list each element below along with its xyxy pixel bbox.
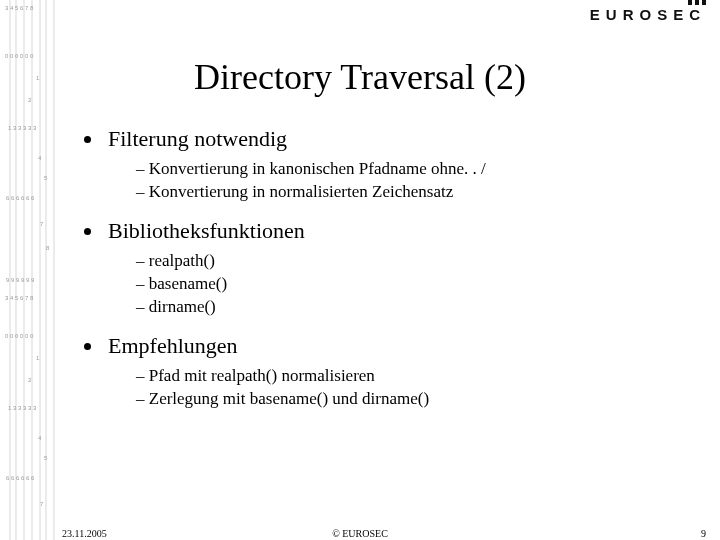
- brand-logo-text: EUROSEC: [590, 6, 706, 23]
- svg-text:7: 7: [40, 221, 44, 227]
- svg-text:2: 2: [28, 377, 32, 383]
- slide-content: Filterung notwendig Konvertierung in kan…: [80, 126, 700, 411]
- svg-text:6 6 6 6 6 6: 6 6 6 6 6 6: [6, 475, 35, 481]
- svg-text:1 3 3 3 3 3: 1 3 3 3 3 3: [8, 125, 37, 131]
- bullet-item: Bibliotheksfunktionen realpath() basenam…: [104, 218, 700, 319]
- svg-text:1 3 3 3 3 3: 1 3 3 3 3 3: [8, 405, 37, 411]
- brand-accent-bars: [688, 0, 706, 5]
- sub-bullet: Konvertierung in kanonischen Pfadname oh…: [136, 158, 700, 181]
- svg-text:7: 7: [40, 501, 44, 507]
- sub-bullet: Konvertierung in normalisierten Zeichens…: [136, 181, 700, 204]
- svg-text:3 4 5 6 7 8: 3 4 5 6 7 8: [5, 295, 34, 301]
- sub-bullet: realpath(): [136, 250, 700, 273]
- svg-text:9 9 9 9 9 9: 9 9 9 9 9 9: [6, 277, 35, 283]
- footer-date: 23.11.2005: [62, 528, 107, 539]
- sub-bullet: Zerlegung mit basename() und dirname(): [136, 388, 700, 411]
- sub-bullet: basename(): [136, 273, 700, 296]
- slide-title: Directory Traversal (2): [0, 56, 720, 98]
- footer-page-number: 9: [701, 528, 706, 539]
- svg-text:5: 5: [44, 455, 48, 461]
- svg-text:8: 8: [46, 245, 50, 251]
- svg-text:1: 1: [36, 355, 40, 361]
- svg-text:4: 4: [38, 155, 42, 161]
- sub-bullet: dirname(): [136, 296, 700, 319]
- svg-text:6 6 6 6 6 6: 6 6 6 6 6 6: [6, 195, 35, 201]
- svg-text:3 4 5 6 7 8: 3 4 5 6 7 8: [5, 5, 34, 11]
- bullet-item: Filterung notwendig Konvertierung in kan…: [104, 126, 700, 204]
- svg-text:0 0 0 0 0 0: 0 0 0 0 0 0: [5, 333, 34, 339]
- svg-text:5: 5: [44, 175, 48, 181]
- footer-copyright: © EUROSEC: [332, 528, 388, 539]
- bullet-text: Empfehlungen: [108, 333, 238, 358]
- svg-text:4: 4: [38, 435, 42, 441]
- sub-bullet: Pfad mit realpath() normalisieren: [136, 365, 700, 388]
- bullet-text: Bibliotheksfunktionen: [108, 218, 305, 243]
- bullet-item: Empfehlungen Pfad mit realpath() normali…: [104, 333, 700, 411]
- bullet-text: Filterung notwendig: [108, 126, 287, 151]
